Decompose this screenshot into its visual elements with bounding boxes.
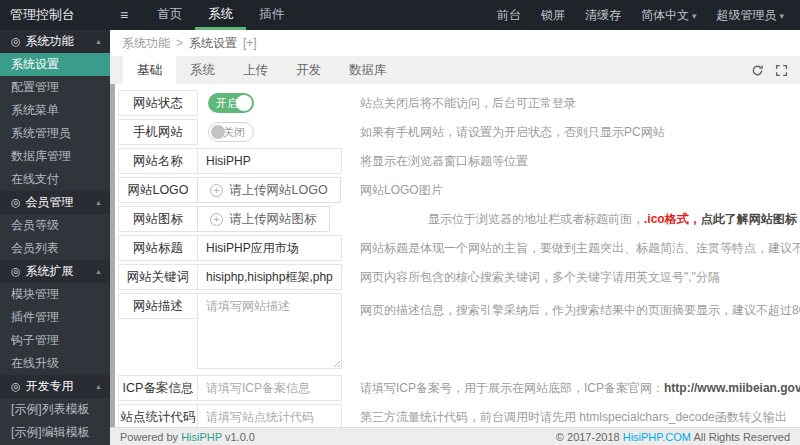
sidebar-item-database[interactable]: 数据库管理 <box>0 145 110 168</box>
icp-input[interactable] <box>197 375 342 401</box>
field-help: 显示位于浏览器的地址栏或者标题前面，.ico格式，点此了解网站图标 <box>428 211 797 228</box>
sidebar-item-payment[interactable]: 在线支付 <box>0 168 110 191</box>
sidebar-item-plugins[interactable]: 插件管理 <box>0 306 110 329</box>
site-title-input[interactable] <box>197 235 342 261</box>
sidebar-section-members[interactable]: ◎ 会员管理 ▲ <box>0 191 110 214</box>
upload-logo-button[interactable]: + 请上传网站LOGO <box>197 177 341 203</box>
textarea-wrapper <box>197 293 342 369</box>
site-name-input[interactable] <box>197 148 342 174</box>
sidebar-item-site-settings[interactable]: 系统设置 <box>0 53 110 76</box>
plus-icon: + <box>210 213 223 226</box>
form-row-site-icon: 网站图标 + 请上传网站图标 显示位于浏览器的地址栏或者标题前面，.ico格式，… <box>118 206 800 232</box>
form-row-site-description: 网站描述 网页的描述信息，搜索引擎采纳后，作为搜索结果中的页面摘要显示，建议不超… <box>118 293 800 372</box>
hisiphp-link[interactable]: HisiPHP <box>181 431 222 443</box>
basic-settings-form: 网站状态 开启 站点关闭后将不能访问，后台可正常登录 手机网站 关闭 如果有手机… <box>110 84 800 427</box>
fullscreen-icon[interactable] <box>775 64 788 77</box>
settings-tabbar: 基础 系统 上传 开发 数据库 <box>110 56 800 84</box>
field-help: 网站LOGO图片 <box>360 182 443 199</box>
sidebar-item-demo-list[interactable]: [示例]列表模板 <box>0 398 110 421</box>
form-row-mobile-site: 手机网站 关闭 如果有手机网站，请设置为开启状态，否则只显示PC网站 <box>118 119 800 145</box>
sidebar-item-menus[interactable]: 系统菜单 <box>0 99 110 122</box>
user-dropdown[interactable]: 超级管理员▾ <box>706 0 794 31</box>
vertical-scrollbar[interactable] <box>110 84 115 427</box>
toggle-knob <box>211 125 225 139</box>
chevron-up-icon: ▲ <box>95 383 102 390</box>
sidebar-item-member-levels[interactable]: 会员等级 <box>0 214 110 237</box>
tab-tools <box>751 56 788 84</box>
frontend-link[interactable]: 前台 <box>487 0 531 30</box>
chevron-down-icon: ▾ <box>692 11 697 21</box>
field-help: 第三方流量统计代码，前台调用时请先用 htmlspecialchars_deco… <box>360 409 787 426</box>
sidebar-item-demo-edit[interactable]: [示例]编辑模板 <box>0 421 110 444</box>
mobile-site-toggle[interactable]: 关闭 <box>208 122 254 142</box>
clear-cache-link[interactable]: 清缓存 <box>575 0 631 30</box>
language-dropdown[interactable]: 简体中文▾ <box>631 0 707 31</box>
site-description-textarea[interactable] <box>197 293 342 369</box>
lock-screen-link[interactable]: 锁屏 <box>531 0 575 30</box>
hamburger-icon[interactable]: ≡ <box>110 7 138 23</box>
help-text: 显示位于浏览器的地址栏或者标题前面， <box>428 212 644 226</box>
stats-code-input[interactable] <box>197 404 342 427</box>
field-help: 将显示在浏览器窗口标题等位置 <box>360 153 528 170</box>
field-label: 网站LOGO <box>118 177 198 203</box>
section-title: 系统功能 <box>26 33 74 50</box>
sidebar-item-member-list[interactable]: 会员列表 <box>0 237 110 260</box>
form-row-site-name: 网站名称 将显示在浏览器窗口标题等位置 <box>118 148 800 174</box>
sidebar-section-system[interactable]: ◎ 系统功能 ▲ <box>0 30 110 53</box>
gear-icon: ◎ <box>11 196 21 209</box>
toggle-knob <box>236 95 252 111</box>
chevron-up-icon: ▲ <box>95 268 102 275</box>
chevron-up-icon: ▲ <box>95 199 102 206</box>
sidebar-section-extensions[interactable]: ◎ 系统扩展 ▲ <box>0 260 110 283</box>
sidebar: ◎ 系统功能 ▲ 系统设置 配置管理 系统菜单 系统管理员 数据库管理 在线支付… <box>0 30 110 445</box>
main-area: 系统功能 > 系统设置 [+] 基础 系统 上传 开发 数据库 网站状态 <box>110 30 800 445</box>
sidebar-item-admins[interactable]: 系统管理员 <box>0 122 110 145</box>
nav-item-home[interactable]: 首页 <box>144 0 195 30</box>
tab-database[interactable]: 数据库 <box>335 56 401 84</box>
language-label: 简体中文 <box>641 8 689 22</box>
site-status-toggle[interactable]: 开启 <box>208 93 254 113</box>
copyright-text: © 2017-2018 <box>556 431 623 443</box>
field-label: 网站描述 <box>118 293 198 319</box>
tab-basic[interactable]: 基础 <box>123 56 176 84</box>
hisiphp-com-link[interactable]: HisiPHP.COM <box>623 431 691 443</box>
breadcrumb-level2[interactable]: 系统设置 <box>189 35 237 52</box>
field-help: 网站标题是体现一个网站的主旨，要做到主题突出、标题简洁、连贯等特点，建议不超过2… <box>360 240 800 257</box>
nav-item-plugins[interactable]: 插件 <box>246 0 297 30</box>
site-keywords-input[interactable] <box>197 264 342 290</box>
sidebar-item-hooks[interactable]: 钩子管理 <box>0 329 110 352</box>
tab-system[interactable]: 系统 <box>176 56 229 84</box>
field-label: 网站图标 <box>118 206 198 232</box>
field-help: 网页内容所包含的核心搜索关键词，多个关键字请用英文逗号","分隔 <box>360 269 720 286</box>
nav-item-system[interactable]: 系统 <box>195 0 246 30</box>
gear-icon: ◎ <box>11 265 21 278</box>
powered-text: Powered by <box>120 431 181 443</box>
field-label: 网站名称 <box>118 148 198 174</box>
sidebar-item-upgrade[interactable]: 在线升级 <box>0 352 110 375</box>
tab-develop[interactable]: 开发 <box>282 56 335 84</box>
chevron-down-icon: ▾ <box>779 11 784 21</box>
sidebar-section-dev[interactable]: ◎ 开发专用 ▲ <box>0 375 110 398</box>
breadcrumb-add-button[interactable]: [+] <box>243 36 257 50</box>
gear-icon: ◎ <box>11 35 21 48</box>
form-row-site-logo: 网站LOGO + 请上传网站LOGO 网站LOGO图片 <box>118 177 800 203</box>
icp-official-link[interactable]: http://www.miibeian.gov.cn <box>664 381 800 395</box>
username-label: 超级管理员 <box>716 8 776 22</box>
field-help: 如果有手机网站，请设置为开启状态，否则只显示PC网站 <box>360 124 665 141</box>
form-row-stats-code: 站点统计代码 第三方流量统计代码，前台调用时请先用 htmlspecialcha… <box>118 404 800 427</box>
footer-copyright: © 2017-2018 HisiPHP.COM All Rights Reser… <box>556 431 790 443</box>
form-row-site-keywords: 网站关键词 网页内容所包含的核心搜索关键词，多个关键字请用英文逗号","分隔 <box>118 264 800 290</box>
section-title: 系统扩展 <box>26 263 74 280</box>
chevron-up-icon: ▲ <box>95 38 102 45</box>
refresh-icon[interactable] <box>751 64 764 77</box>
upload-favicon-button[interactable]: + 请上传网站图标 <box>197 206 330 232</box>
favicon-info-link[interactable]: 点此了解网站图标 <box>701 212 797 226</box>
sidebar-item-config[interactable]: 配置管理 <box>0 76 110 99</box>
tab-upload[interactable]: 上传 <box>229 56 282 84</box>
help-text: 请填写ICP备案号，用于展示在网站底部，ICP备案官网： <box>360 381 664 395</box>
breadcrumb-level1[interactable]: 系统功能 <box>122 35 170 52</box>
app-title: 管理控制台 <box>0 6 110 24</box>
field-label: ICP备案信息 <box>118 375 198 401</box>
sidebar-item-modules[interactable]: 模块管理 <box>0 283 110 306</box>
settings-form-panel: 网站状态 开启 站点关闭后将不能访问，后台可正常登录 手机网站 关闭 如果有手机… <box>110 84 800 427</box>
